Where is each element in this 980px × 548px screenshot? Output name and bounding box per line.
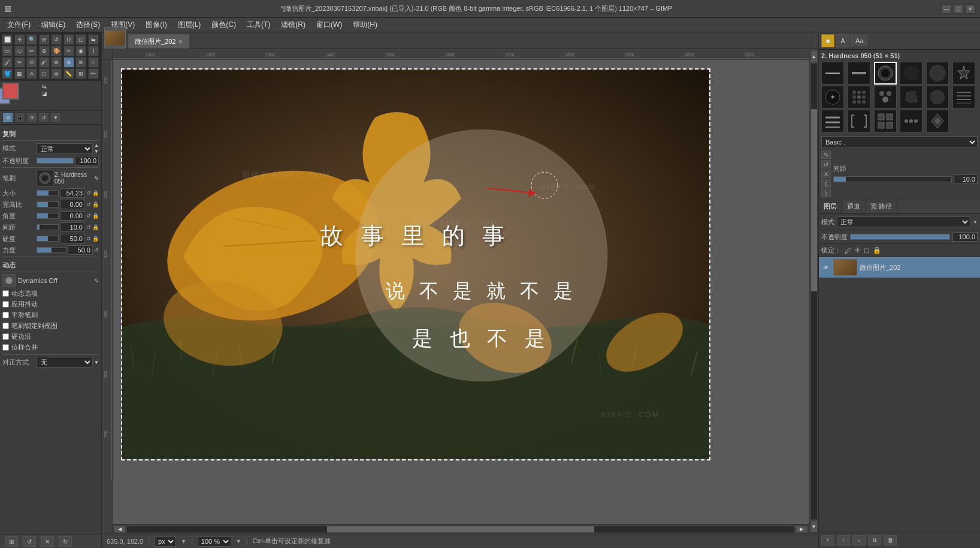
tool-paint[interactable]: 🖊 [2, 57, 13, 68]
tool-smudge[interactable]: ≋ [75, 57, 86, 68]
brush-item-circle-xl[interactable] [926, 62, 949, 85]
lock-all-btn[interactable]: 🔒 [873, 246, 881, 254]
layer-tab-channels[interactable]: 通道 [842, 200, 866, 213]
scroll-down-btn[interactable]: ▼ [810, 520, 818, 532]
lock-brush-check[interactable] [2, 323, 9, 329]
size-lock-btn[interactable]: 🔒 [92, 190, 99, 196]
tool-warp[interactable]: 〜 [88, 68, 99, 79]
brush-spacing-reset-btn[interactable]: ↺ [821, 160, 831, 168]
layer-new-btn[interactable]: + [821, 535, 834, 546]
layer-tab-layers[interactable]: 图层 [819, 200, 842, 213]
zoom-fit-btn[interactable]: ↻ [59, 536, 72, 547]
unit-select[interactable]: px [155, 536, 176, 547]
alignment-select[interactable]: 无 [37, 357, 93, 368]
tool-text[interactable]: A [26, 68, 37, 79]
tool-heal[interactable]: ⊕ [51, 57, 62, 68]
size-reset-btn[interactable]: ↺ [86, 190, 91, 196]
mode-up-btn[interactable]: ▲ [94, 143, 99, 148]
tool-ink[interactable]: 🖋 [39, 57, 50, 68]
scroll-up-btn[interactable]: ▲ [810, 50, 818, 62]
force-input[interactable] [68, 245, 93, 255]
layer-mode-down-btn[interactable]: ▼ [973, 219, 978, 225]
brush-preview[interactable] [37, 170, 53, 186]
hardness-lock-btn[interactable]: 🔒 [92, 236, 99, 242]
tool-shear[interactable]: ⟨⟩ [63, 34, 74, 45]
brush-item-cross[interactable]: ✦ [821, 86, 844, 109]
foreground-color-swatch[interactable] [2, 83, 19, 100]
zoom-down-btn[interactable]: ▼ [236, 538, 241, 544]
menu-windows[interactable]: 窗口(W) [311, 19, 347, 31]
canvas-tab-close[interactable]: ✕ [178, 38, 183, 45]
brush-item-star[interactable] [952, 62, 975, 85]
menu-image[interactable]: 图像(I) [141, 19, 171, 31]
angle-reset-btn[interactable]: ↺ [86, 213, 91, 219]
tool-color-select[interactable]: 🎨 [51, 46, 62, 56]
menu-layer[interactable]: 图层(L) [173, 19, 206, 31]
aspect-reset-btn[interactable]: ↺ [86, 201, 91, 207]
spacing-input[interactable] [60, 222, 85, 232]
dynamics-edit-btn[interactable]: ✎ [94, 278, 99, 284]
apply-jitter-check[interactable] [2, 301, 9, 308]
menu-filters[interactable]: 滤镜(R) [276, 19, 310, 31]
layer-opacity-input[interactable] [952, 232, 978, 242]
lock-pixels-btn[interactable]: 🖊 [845, 247, 851, 254]
menu-tools[interactable]: 工具(T) [242, 19, 275, 31]
layer-visibility-toggle[interactable]: 👁 [821, 263, 831, 272]
tool-measure[interactable]: 📏 [63, 68, 74, 79]
brush-item-dots3[interactable] [900, 110, 922, 133]
hard-edge-check[interactable] [2, 333, 9, 340]
brush-spacing-up-btn[interactable]: ⟩ [821, 189, 831, 197]
brush-item-splash1[interactable] [900, 86, 922, 109]
brush-item-dots2[interactable] [874, 86, 897, 109]
opacity-input[interactable] [75, 156, 99, 165]
brush-spacing-input[interactable] [954, 174, 978, 184]
tool-clone[interactable]: ⊗ [63, 57, 74, 68]
tool-rect-select[interactable]: ▭ [2, 46, 13, 56]
redo-btn[interactable]: ✕ [41, 536, 54, 547]
layer-item[interactable]: 👁 微信图片_202 [819, 257, 980, 278]
canvas-tab-main[interactable]: 微信图片_202 ✕ [128, 34, 189, 49]
tool-flip[interactable]: ⇆ [88, 34, 99, 45]
brush-spacing-slider[interactable] [833, 176, 952, 182]
force-reset-btn[interactable]: ↺ [94, 247, 99, 253]
tool-options-tab[interactable]: ⚙ [2, 112, 13, 123]
tool-zoom[interactable]: 🔍 [26, 34, 37, 45]
angle-slider[interactable] [37, 213, 59, 219]
angle-input[interactable] [60, 211, 85, 221]
dynamics-options-check[interactable] [2, 290, 9, 297]
opacity-slider[interactable] [37, 158, 74, 164]
pixel-merge-check[interactable] [2, 344, 9, 351]
menu-color[interactable]: 颜色(C) [207, 19, 241, 31]
brush-item-line1[interactable] [821, 62, 844, 85]
undo-history-tab[interactable]: ↺ [38, 112, 49, 123]
layer-lower-btn[interactable]: ↓ [852, 535, 866, 546]
minimize-button[interactable]: — [942, 4, 951, 14]
menu-edit[interactable]: 编辑(E) [37, 19, 70, 31]
tool-bucket[interactable]: 🪣 [2, 68, 13, 79]
mode-down-btn[interactable]: ▼ [94, 149, 99, 154]
new-image-btn[interactable]: ⊞ [5, 536, 18, 547]
tool-foreground[interactable]: ◉ [75, 46, 86, 56]
tool-scissors[interactable]: ✂ [63, 46, 74, 56]
brush-item-diamond[interactable] [926, 110, 949, 133]
hardness-input[interactable] [60, 234, 85, 243]
alignment-expand-btn[interactable]: ▼ [94, 360, 99, 365]
brush-item-grid[interactable] [874, 110, 897, 133]
pointer-tab[interactable]: ⊕ [26, 112, 37, 123]
canvas-viewport[interactable]: 图搜索 616PIC.COM 图搜索 616PIC.COM 616PIC. CO… [113, 60, 809, 524]
tool-ellipse-select[interactable]: ⬭ [14, 46, 25, 56]
brush-item-splash2[interactable] [926, 86, 949, 109]
tool-crop[interactable]: ⊞ [39, 34, 50, 45]
angle-lock-btn[interactable]: 🔒 [92, 213, 99, 219]
force-slider[interactable] [37, 247, 66, 253]
layer-mode-select[interactable]: 正常 [837, 216, 970, 227]
brush-panel-toggle[interactable]: Aa [851, 35, 867, 46]
zoom-select[interactable]: 100 % [198, 536, 231, 547]
size-input[interactable] [60, 188, 85, 198]
layer-raise-btn[interactable]: ↑ [837, 535, 850, 546]
brush-edit-btn[interactable]: ✎ [94, 175, 99, 182]
tool-perspective[interactable]: ◱ [75, 34, 86, 45]
tool-dodge[interactable]: ○ [88, 57, 99, 68]
aspect-lock-btn[interactable]: 🔒 [92, 201, 99, 207]
brush-item-dots1[interactable] [848, 86, 870, 109]
